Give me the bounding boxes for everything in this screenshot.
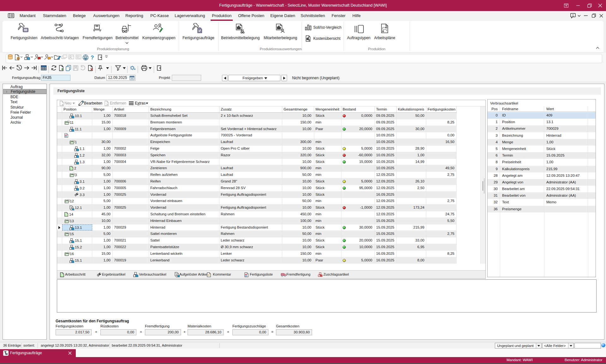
svg-text:SL: SL: [84, 57, 87, 60]
svg-text:?: ?: [91, 55, 94, 60]
svg-text:€: €: [309, 39, 310, 42]
